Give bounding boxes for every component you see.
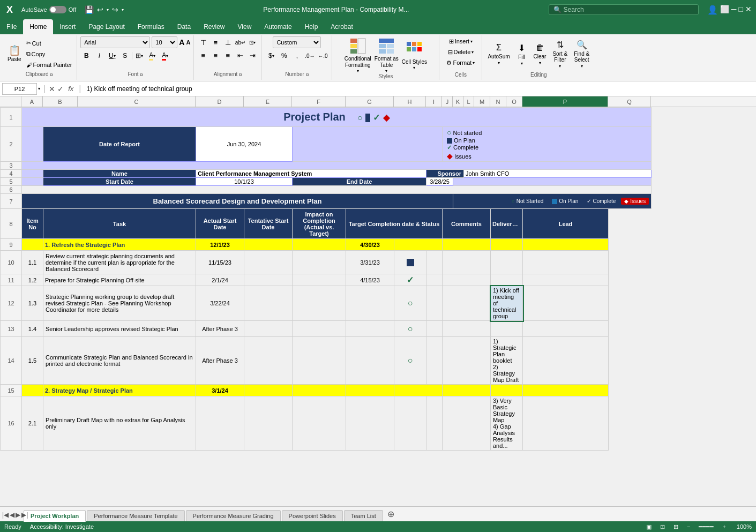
col-header-j[interactable]: J xyxy=(442,96,453,107)
col-header-i[interactable]: I xyxy=(426,96,442,107)
user-icon[interactable]: 👤 xyxy=(707,5,718,15)
tab-page-layout[interactable]: Page Layout xyxy=(82,19,131,34)
task12-target[interactable]: 4/15/23 xyxy=(346,274,394,286)
col-header-l[interactable]: L xyxy=(463,96,474,107)
end-date-label-cell[interactable]: End Date xyxy=(293,178,426,186)
row-num-4[interactable]: 4 xyxy=(1,170,22,178)
task13-item[interactable]: 1.3 xyxy=(22,286,43,321)
task13-tent[interactable] xyxy=(244,286,293,321)
task14-comments[interactable] xyxy=(443,321,491,337)
sheet-tab-slides[interactable]: Powerpoint Slides xyxy=(282,510,343,521)
sponsor-label-cell[interactable]: Sponsor xyxy=(426,170,464,178)
add-sheet-button[interactable]: ⊕ xyxy=(387,509,394,519)
row-num-15[interactable]: 15 xyxy=(1,385,22,396)
increase-indent-button[interactable]: ⇥ xyxy=(246,49,258,61)
comma-button[interactable]: , xyxy=(291,50,303,62)
task13-target[interactable] xyxy=(346,286,394,321)
issues-badge[interactable]: ◆ Issues xyxy=(621,198,649,205)
row-num-3[interactable]: 3 xyxy=(1,162,22,170)
save-icon[interactable]: 💾 xyxy=(85,5,94,14)
task21-deliverables[interactable]: 3) Very Basic Strategy Map4) Gap Analysi… xyxy=(491,396,523,451)
task13-extra[interactable] xyxy=(426,286,443,321)
sheet-tab-team[interactable]: Team List xyxy=(344,510,383,521)
task21-task[interactable]: Preliminary Draft Map with no extras for… xyxy=(43,396,196,451)
row-num-16[interactable]: 16 xyxy=(1,396,22,451)
section1-tent[interactable] xyxy=(244,239,293,251)
section2-impact[interactable] xyxy=(293,385,346,396)
cell-reference-box[interactable] xyxy=(2,83,37,95)
undo-icon[interactable]: ↩ xyxy=(97,5,103,14)
insert-cells-button[interactable]: ⊞ Insert ▾ xyxy=(447,36,475,46)
row-num-2[interactable]: 2 xyxy=(1,127,22,162)
fill-color-button[interactable]: A▾ xyxy=(146,50,158,62)
confirm-formula-icon[interactable]: ✓ xyxy=(57,85,64,93)
zoom-out-btn[interactable]: − xyxy=(687,523,690,530)
currency-button[interactable]: $▾ xyxy=(265,50,277,62)
task13-deliverables[interactable]: 1) Kick off meeting of technical group xyxy=(491,286,523,321)
sponsor-value-cell[interactable]: John Smith CFO xyxy=(464,170,652,178)
task13-lead[interactable] xyxy=(523,286,609,321)
section1-task[interactable]: 1. Refresh the Strategic Plan xyxy=(43,239,196,251)
row-num-12[interactable]: 12 xyxy=(1,286,22,321)
task12-impact[interactable] xyxy=(293,274,346,286)
task14-lead[interactable] xyxy=(523,321,609,337)
ribbon-display-options[interactable]: ⬜ xyxy=(720,5,729,15)
row-num-7[interactable]: 7 xyxy=(1,194,22,209)
end-date-value-cell[interactable]: 3/28/25 xyxy=(426,178,453,186)
section2-item[interactable] xyxy=(22,385,43,396)
task11-extra[interactable] xyxy=(426,251,443,274)
align-bottom-button[interactable]: ⊥ xyxy=(222,36,234,48)
tab-data[interactable]: Data xyxy=(171,19,197,34)
date-report-value[interactable]: Jun 30, 2024 xyxy=(196,127,293,162)
tab-automate[interactable]: Automate xyxy=(258,19,298,34)
format-cells-button[interactable]: ⚙ Format ▾ xyxy=(445,58,476,68)
task12-extra[interactable] xyxy=(426,274,443,286)
task13-task[interactable]: Strategic Planning working group to deve… xyxy=(43,286,196,321)
task14-extra[interactable] xyxy=(426,321,443,337)
find-select-button[interactable]: 🔍 Find &Select ▾ xyxy=(572,39,592,69)
insert-function-icon[interactable]: fx xyxy=(66,85,76,93)
task21-comments[interactable] xyxy=(443,396,491,451)
col-header-p[interactable]: P xyxy=(522,96,608,107)
section2-start[interactable]: 3/1/24 xyxy=(196,385,244,396)
task12-deliverables[interactable] xyxy=(491,274,523,286)
task14-status[interactable]: ○ xyxy=(394,321,426,337)
tab-insert[interactable]: Insert xyxy=(53,19,82,34)
tab-prev-arrow[interactable]: ◀ xyxy=(10,511,14,519)
tab-help[interactable]: Help xyxy=(298,19,325,34)
start-date-value-cell[interactable]: 10/1/23 xyxy=(196,178,293,186)
task11-lead[interactable] xyxy=(523,251,609,274)
search-box[interactable]: 🔍 xyxy=(549,4,699,15)
name-value-cell[interactable]: Client Performance Management System xyxy=(196,170,426,178)
sheet-tab-workplan[interactable]: Project Workplan xyxy=(24,510,86,522)
task11-tent[interactable] xyxy=(244,251,293,274)
minimize-btn[interactable]: ─ xyxy=(731,5,737,15)
decrease-indent-button[interactable]: ⇤ xyxy=(234,49,246,61)
font-size-select[interactable]: 10 xyxy=(152,36,177,48)
zoom-slider[interactable]: ━━━━ xyxy=(699,523,714,530)
name-label-cell[interactable]: Name xyxy=(43,170,196,178)
col-header-d[interactable]: D xyxy=(196,96,244,107)
fill-button[interactable]: ⬇ Fill ▾ xyxy=(514,39,529,69)
view-normal-btn[interactable]: ▣ xyxy=(646,523,652,530)
undo-dropdown[interactable]: ▾ xyxy=(107,8,109,12)
task14-tent[interactable] xyxy=(244,321,293,337)
strikethrough-button[interactable]: S xyxy=(119,50,131,62)
copy-button[interactable]: ⧉Copy xyxy=(25,49,74,59)
tab-home[interactable]: Home xyxy=(23,19,53,34)
col-header-q[interactable]: Q xyxy=(608,96,651,107)
task15-status[interactable]: ○ xyxy=(394,337,426,385)
cell-styles-button[interactable]: Cell Styles ▾ xyxy=(402,40,427,70)
customize-qat[interactable]: ▾ xyxy=(122,8,124,12)
task12-tent[interactable] xyxy=(244,274,293,286)
task21-lead[interactable] xyxy=(523,396,609,451)
col-header-c[interactable]: C xyxy=(78,96,196,107)
task12-lead[interactable] xyxy=(523,274,609,286)
section-title-cell[interactable]: Balanced Scorecard Design and Developmen… xyxy=(22,194,453,209)
col-header-n[interactable]: N xyxy=(490,96,506,107)
tab-first-arrow[interactable]: |◀ xyxy=(2,511,9,519)
on-plan-badge[interactable]: On Plan xyxy=(549,198,581,205)
date-report-label[interactable]: Date of Report xyxy=(43,127,196,162)
section1-item[interactable] xyxy=(22,239,43,251)
task12-status[interactable]: ✓ xyxy=(394,274,426,286)
